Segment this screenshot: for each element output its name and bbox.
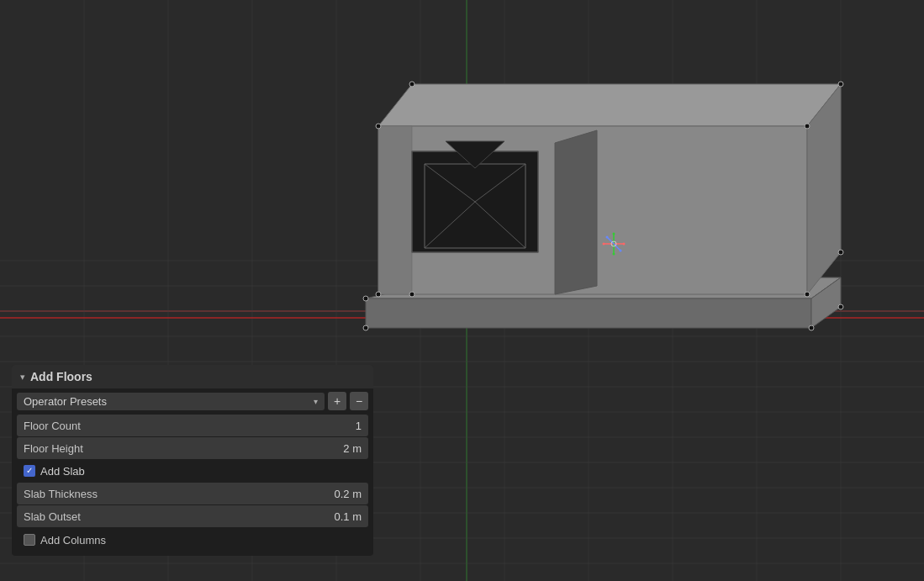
add-preset-button[interactable]: + [328,392,346,410]
svg-point-64 [838,250,843,255]
add-columns-label: Add Columns [40,534,106,547]
svg-point-59 [805,124,810,129]
svg-point-60 [838,82,843,87]
floor-count-label: Floor Count [24,420,356,432]
svg-point-69 [363,296,368,301]
slab-thickness-value: 0.2 m [334,488,362,500]
panel: ▾ Add Floors Operator Presets ▾ + − Floo… [12,365,373,556]
svg-point-62 [376,292,381,297]
panel-header[interactable]: ▾ Add Floors [12,365,373,388]
slab-outset-field[interactable]: Slab Outset 0.1 m [17,505,368,527]
add-columns-checkbox[interactable] [24,534,35,546]
svg-marker-35 [378,126,412,294]
svg-marker-32 [378,84,841,126]
floor-height-value: 2 m [343,442,362,455]
svg-point-66 [363,325,368,330]
svg-marker-47 [555,130,597,294]
slab-outset-label: Slab Outset [24,510,334,523]
floor-height-field[interactable]: Floor Height 2 m [17,437,368,459]
check-icon: ✓ [26,467,33,475]
add-columns-row[interactable]: Add Columns [17,529,368,551]
slab-thickness-label: Slab Thickness [24,488,334,500]
add-slab-row[interactable]: ✓ Add Slab [17,460,368,482]
operator-presets-dropdown[interactable]: Operator Presets ▾ [17,393,325,410]
remove-preset-button[interactable]: − [350,392,368,410]
add-slab-label: Add Slab [40,465,85,478]
slab-outset-value: 0.1 m [334,510,362,523]
presets-label: Operator Presets [24,395,314,408]
svg-point-63 [805,292,810,297]
collapse-arrow-icon: ▾ [20,372,25,383]
svg-point-52 [603,243,605,246]
svg-point-54 [613,233,615,235]
svg-point-68 [838,304,843,309]
svg-marker-30 [366,298,811,328]
presets-chevron-icon: ▾ [314,397,318,406]
svg-point-65 [409,292,414,297]
svg-point-57 [620,250,622,252]
panel-title: Add Floors [30,370,92,383]
svg-point-67 [809,325,814,330]
add-slab-checkbox[interactable]: ✓ [24,465,35,477]
floor-count-field[interactable]: Floor Count 1 [17,415,368,436]
svg-point-58 [376,124,381,129]
svg-point-56 [606,236,609,239]
floor-count-value: 1 [356,420,362,432]
svg-point-53 [623,243,626,246]
svg-point-55 [613,253,615,256]
floor-height-label: Floor Height [24,442,343,455]
slab-thickness-field[interactable]: Slab Thickness 0.2 m [17,483,368,504]
svg-point-61 [409,82,414,87]
